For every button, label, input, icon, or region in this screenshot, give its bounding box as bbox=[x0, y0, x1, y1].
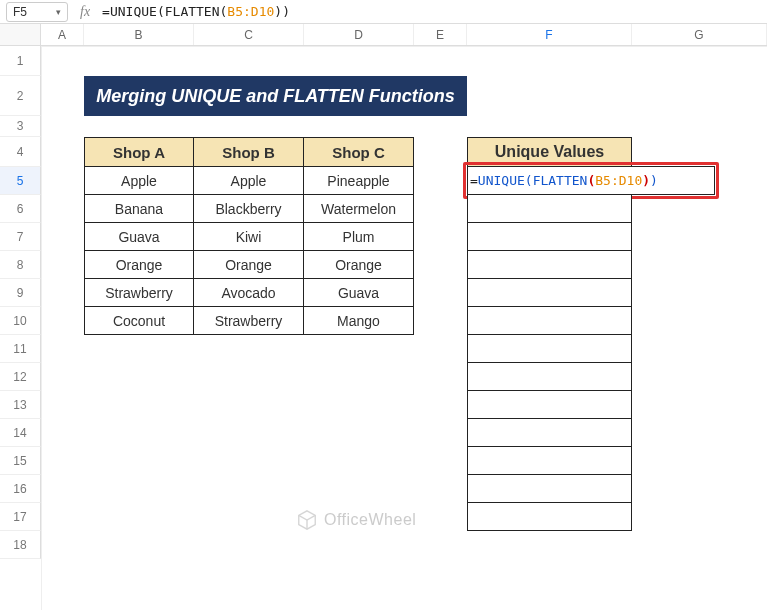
cell-d10[interactable]: Mango bbox=[303, 306, 414, 335]
table-header-shop-c[interactable]: Shop C bbox=[303, 137, 414, 167]
row-header[interactable]: 8 bbox=[0, 251, 41, 279]
row-header[interactable]: 10 bbox=[0, 307, 41, 335]
col-header-F[interactable]: F bbox=[467, 24, 632, 45]
row-header[interactable]: 11 bbox=[0, 335, 41, 363]
col-header-E[interactable]: E bbox=[414, 24, 467, 45]
cell-c7[interactable]: Kiwi bbox=[193, 222, 304, 251]
row-header[interactable]: 7 bbox=[0, 223, 41, 251]
row-header[interactable]: 9 bbox=[0, 279, 41, 307]
column-headers: A B C D E F G bbox=[0, 24, 767, 46]
formula-fn2: FLATTEN bbox=[533, 173, 588, 188]
col-header-B[interactable]: B bbox=[84, 24, 194, 45]
cell-f15[interactable] bbox=[467, 446, 632, 475]
cell-c6[interactable]: Blackberry bbox=[193, 194, 304, 223]
formula-paren: ) bbox=[642, 173, 650, 188]
col-header-A[interactable]: A bbox=[41, 24, 84, 45]
cell-c9[interactable]: Avocado bbox=[193, 278, 304, 307]
row-header[interactable]: 4 bbox=[0, 137, 41, 167]
row-header[interactable]: 12 bbox=[0, 363, 41, 391]
cell-d6[interactable]: Watermelon bbox=[303, 194, 414, 223]
cell-d5[interactable]: Pineapple bbox=[303, 166, 414, 195]
fx-icon: fx bbox=[74, 4, 96, 20]
cell-f5-formula[interactable]: =UNIQUE(FLATTEN(B5:D10)) bbox=[467, 166, 715, 195]
cell-d9[interactable]: Guava bbox=[303, 278, 414, 307]
formula-paren: ( bbox=[587, 173, 595, 188]
watermark: OfficeWheel bbox=[296, 509, 416, 531]
cell-f6[interactable] bbox=[467, 194, 632, 223]
row-header[interactable]: 6 bbox=[0, 195, 41, 223]
dropdown-caret-icon: ▾ bbox=[56, 7, 61, 17]
cell-f12[interactable] bbox=[467, 362, 632, 391]
hexagon-icon bbox=[296, 509, 318, 531]
name-box[interactable]: F5 ▾ bbox=[6, 2, 68, 22]
formula-range: B5:D10 bbox=[595, 173, 642, 188]
spreadsheet-grid: A B C D E F G 1 2 3 4 5 6 7 8 9 10 11 12… bbox=[0, 24, 767, 610]
formula-paren: ) bbox=[274, 4, 282, 19]
row-headers: 1 2 3 4 5 6 7 8 9 10 11 12 13 14 15 16 1… bbox=[0, 46, 41, 610]
cell-f9[interactable] bbox=[467, 278, 632, 307]
row-header[interactable]: 3 bbox=[0, 116, 41, 137]
formula-input[interactable]: =UNIQUE(FLATTEN(B5:D10)) bbox=[102, 4, 290, 19]
select-all-corner[interactable] bbox=[0, 24, 41, 45]
formula-eq: = bbox=[102, 4, 110, 19]
row-header[interactable]: 2 bbox=[0, 76, 41, 116]
cell-f8[interactable] bbox=[467, 250, 632, 279]
row-header[interactable]: 14 bbox=[0, 419, 41, 447]
col-header-G[interactable]: G bbox=[632, 24, 767, 45]
formula-fn1: UNIQUE bbox=[110, 4, 157, 19]
row-header[interactable]: 1 bbox=[0, 46, 41, 76]
cell-b6[interactable]: Banana bbox=[84, 194, 194, 223]
formula-paren: ( bbox=[157, 4, 165, 19]
table-header-shop-a[interactable]: Shop A bbox=[84, 137, 194, 167]
cell-f16[interactable] bbox=[467, 474, 632, 503]
cell-b10[interactable]: Coconut bbox=[84, 306, 194, 335]
cell-b9[interactable]: Strawberry bbox=[84, 278, 194, 307]
col-header-C[interactable]: C bbox=[194, 24, 304, 45]
cell-f17[interactable] bbox=[467, 502, 632, 531]
row-header[interactable]: 5 bbox=[0, 167, 41, 195]
row-header[interactable]: 13 bbox=[0, 391, 41, 419]
row-header[interactable]: 15 bbox=[0, 447, 41, 475]
formula-range: B5:D10 bbox=[227, 4, 274, 19]
formula-paren: ) bbox=[282, 4, 290, 19]
formula-eq: = bbox=[470, 173, 478, 188]
row-header[interactable]: 17 bbox=[0, 503, 41, 531]
formula-paren: ) bbox=[650, 173, 658, 188]
formula-fn2: FLATTEN bbox=[165, 4, 220, 19]
cell-f10[interactable] bbox=[467, 306, 632, 335]
row-header[interactable]: 18 bbox=[0, 531, 41, 559]
cell-c5[interactable]: Apple bbox=[193, 166, 304, 195]
cell-f7[interactable] bbox=[467, 222, 632, 251]
cell-f14[interactable] bbox=[467, 418, 632, 447]
row-header[interactable]: 16 bbox=[0, 475, 41, 503]
cell-f13[interactable] bbox=[467, 390, 632, 419]
cell-b5[interactable]: Apple bbox=[84, 166, 194, 195]
name-box-value: F5 bbox=[13, 5, 27, 19]
table-header-shop-b[interactable]: Shop B bbox=[193, 137, 304, 167]
cell-b7[interactable]: Guava bbox=[84, 222, 194, 251]
cell-f11[interactable] bbox=[467, 334, 632, 363]
unique-values-header[interactable]: Unique Values bbox=[467, 137, 632, 167]
cells-area[interactable]: Merging UNIQUE and FLATTEN Functions Sho… bbox=[41, 46, 767, 610]
watermark-text: OfficeWheel bbox=[324, 511, 416, 529]
formula-fn1: UNIQUE bbox=[478, 173, 525, 188]
formula-bar: F5 ▾ fx =UNIQUE(FLATTEN(B5:D10)) bbox=[0, 0, 767, 24]
cell-d8[interactable]: Orange bbox=[303, 250, 414, 279]
col-header-D[interactable]: D bbox=[304, 24, 414, 45]
cell-d7[interactable]: Plum bbox=[303, 222, 414, 251]
cell-c8[interactable]: Orange bbox=[193, 250, 304, 279]
cell-c10[interactable]: Strawberry bbox=[193, 306, 304, 335]
title-banner: Merging UNIQUE and FLATTEN Functions bbox=[84, 76, 467, 116]
cell-b8[interactable]: Orange bbox=[84, 250, 194, 279]
formula-paren: ( bbox=[525, 173, 533, 188]
